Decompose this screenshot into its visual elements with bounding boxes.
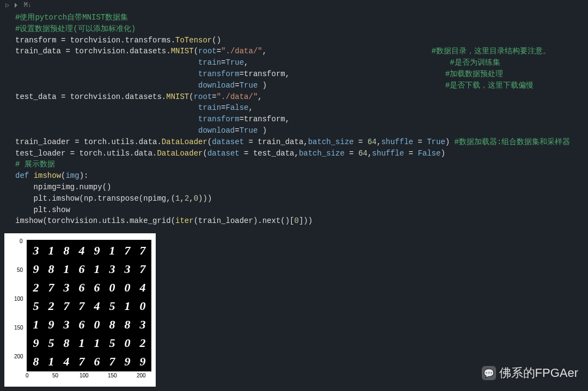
paren: ( [189,92,193,101]
num: 0 [295,216,299,225]
kw: dataset [212,138,244,146]
cell-toolbar[interactable]: ▷ ⏵ M↓ [5,1,32,9]
comment: #数据目录，这里目录结构要注意。 [432,47,550,55]
mnist-digit: 7 [135,241,150,260]
pad [15,115,198,123]
eq: = [217,47,221,55]
mnist-digit: 3 [105,260,120,278]
eq: = [345,149,358,158]
ytick: 150 [14,325,23,331]
paren: ) [258,126,267,135]
eq: =transform, [240,70,290,78]
pad [15,103,198,112]
bool: False [225,103,248,112]
eq: = [354,138,367,146]
code-line: transform = torchvision.transforms. [15,36,175,45]
mnist-digit: 7 [105,352,120,371]
comma: , [262,47,267,55]
code-line: test_data = torchvision.datasets. [15,92,166,101]
bool: True [427,138,445,146]
code-line: npimg=img.numpy() [15,183,111,191]
code-line: test_loader = torch.utils.data. [15,149,157,158]
code-line: imshow(torchvision.utils.make_grid( [15,216,175,225]
comment: #是否为训练集 [450,58,500,67]
mnist-digit: 4 [59,352,74,371]
paren: ( [207,138,212,146]
mnist-digit: 4 [74,241,89,260]
paren: ])) [299,216,313,225]
kw: def [15,171,29,180]
comma: , [189,194,193,203]
xtick: 50 [52,373,58,378]
eq: = [413,138,427,146]
kw: dataset [207,149,240,158]
bool: True [240,81,258,90]
eq: = [404,149,418,158]
mnist-digit: 7 [59,297,74,315]
mnist-digit: 5 [44,334,59,352]
mnist-digit: 0 [105,278,120,297]
comment: #是否下载，这里下载偏慢 [445,81,534,90]
code-line: plt.imshow(np.transpose(npimg,( [15,194,175,203]
wechat-icon: 💬 [482,366,496,380]
mnist-digit: 8 [59,241,74,260]
comment: #使用pytorch自带MNIST数据集 [15,13,128,22]
xtick: 150 [108,373,117,378]
mnist-digit: 9 [120,352,135,371]
eq: =transform, [240,115,290,123]
mnist-digit: 8 [44,260,59,278]
ytick: 100 [14,296,23,302]
code-line: train_loader = torch.utils.data. [15,138,162,146]
mnist-digit: 7 [44,278,59,297]
comment: #数据加载器:组合数据集和采样器 [455,138,571,146]
mnist-digit: 4 [135,278,150,297]
mnist-digit: 6 [74,315,89,334]
kw: download [198,126,235,135]
comma: , [244,58,248,67]
paren: () [212,36,221,45]
eq: = test_data, [240,149,299,158]
code-editor[interactable]: #使用pytorch自带MNIST数据集 #设置数据预处理(可以添加标准化) t… [0,0,588,230]
fn: iter [175,216,194,225]
xtick: 200 [137,373,146,378]
pad [15,126,198,135]
mnist-digit: 2 [44,297,59,315]
kw: batch_size [308,138,354,146]
mnist-digit: 9 [44,315,59,334]
mnist-digit: 8 [105,315,120,334]
mnist-digit: 3 [135,315,150,334]
fn: MNIST [171,47,194,55]
kw: train [198,58,221,67]
num: 64 [367,138,377,146]
sp [29,171,33,180]
mnist-digit: 6 [74,260,89,278]
num: 0 [194,194,198,203]
pad [15,70,198,78]
mnist-digit: 1 [59,260,74,278]
mnist-digit: 0 [120,334,135,352]
mnist-digit: 9 [28,334,44,352]
eq: = train_data, [244,138,308,146]
paren: ) [445,138,455,146]
pad [15,58,198,67]
mnist-digit: 7 [135,260,150,278]
paren: ) [258,81,267,90]
mnist-grid: 3184917798161337273660045277451019360883… [28,241,150,371]
mnist-digit: 1 [44,241,59,260]
kw: shuffle [381,138,413,146]
fn: DataLoader [157,149,203,158]
eq: = [235,126,239,135]
fn: MNIST [166,92,189,101]
eq: = [235,81,239,90]
mnist-digit: 6 [74,278,89,297]
paren: ): [79,171,89,180]
string: "./data/" [217,92,258,101]
mnist-digit: 3 [59,278,74,297]
mnist-digit: 5 [105,297,120,315]
kw: root [198,47,217,55]
comma: , [249,103,253,112]
mnist-digit: 2 [135,334,150,352]
num: 64 [358,149,367,158]
comment: #设置数据预处理(可以添加标准化) [15,24,136,33]
eq: = [212,92,216,101]
